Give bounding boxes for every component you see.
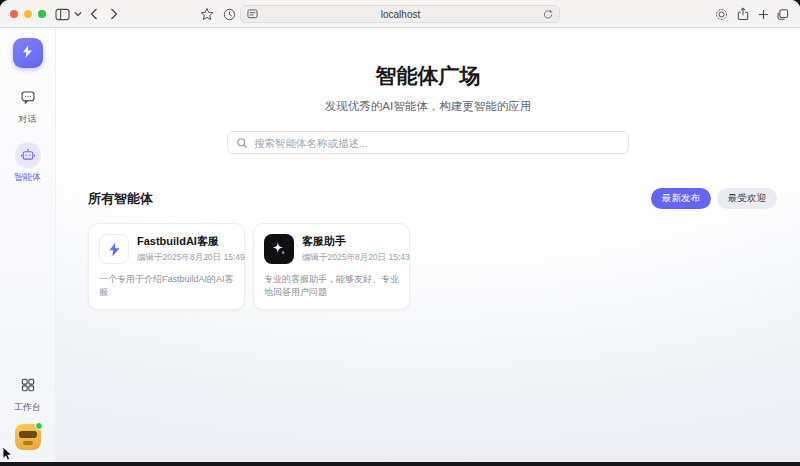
chat-bubble-icon	[15, 84, 41, 110]
address-bar[interactable]	[240, 5, 560, 23]
bookmarks-star-icon[interactable]	[198, 0, 216, 28]
robot-icon	[15, 142, 41, 168]
agent-card-fastbuildai[interactable]: FastbuildAI客服 编辑于2025年8月20日 15:49 一个专用于介…	[88, 223, 245, 310]
page-subtitle: 发现优秀的AI智能体，构建更智能的应用	[56, 99, 800, 114]
sidebar-item-agents[interactable]: 智能体	[14, 142, 41, 184]
browser-toolbar	[0, 0, 800, 28]
app-root: 对话 智能体	[0, 28, 800, 462]
section-header: 所有智能体 最新发布 最受欢迎	[88, 188, 777, 209]
avatar-face	[19, 431, 37, 438]
agent-description: 一个专用于介绍FastbuildAI的AI客服	[99, 273, 234, 299]
history-clock-icon[interactable]	[220, 0, 238, 28]
fullscreen-button[interactable]	[38, 10, 46, 18]
desktop-background-strip	[0, 462, 800, 466]
search-input[interactable]	[254, 137, 620, 149]
agent-name: 客服助手	[302, 234, 410, 249]
card-header: FastbuildAI客服 编辑于2025年8月20日 15:49	[99, 234, 234, 264]
sidebar-item-workbench-label: 工作台	[14, 401, 41, 414]
online-status-dot	[35, 422, 43, 430]
card-header: 客服助手 编辑于2025年8月20日 15:43	[264, 234, 399, 264]
close-button[interactable]	[10, 10, 18, 18]
avatar-mouth	[23, 441, 33, 445]
user-avatar[interactable]	[15, 424, 41, 450]
filter-latest[interactable]: 最新发布	[651, 188, 711, 209]
app-logo[interactable]	[13, 38, 43, 68]
forward-icon[interactable]	[106, 0, 122, 28]
main-content: 智能体广场 发现优秀的AI智能体，构建更智能的应用 所有智能体 最新发布 最受欢…	[56, 28, 800, 462]
sidebar-item-chat-label: 对话	[19, 113, 37, 126]
lightning-bolt-icon	[20, 44, 35, 63]
page-title: 智能体广场	[56, 62, 800, 90]
agent-edited-timestamp: 编辑于2025年8月20日 15:49	[137, 252, 245, 264]
agent-card-kefu-assistant[interactable]: 客服助手 编辑于2025年8月20日 15:43 专业的客服助手，能够友好、专业…	[253, 223, 410, 310]
mouse-cursor	[2, 447, 13, 465]
sidebar-item-workbench[interactable]: 工作台	[14, 372, 41, 414]
filter-pills: 最新发布 最受欢迎	[651, 188, 777, 209]
card-title-block: FastbuildAI客服 编辑于2025年8月20日 15:49	[137, 234, 245, 264]
tab-overview-icon[interactable]	[772, 0, 792, 28]
refresh-icon[interactable]	[543, 9, 553, 20]
new-tab-plus-icon[interactable]	[755, 0, 771, 28]
search-icon	[236, 137, 248, 149]
agent-name: FastbuildAI客服	[137, 234, 245, 249]
workbench-grid-icon	[15, 372, 41, 398]
lightning-bolt-icon	[99, 234, 129, 264]
agent-card-list: FastbuildAI客服 编辑于2025年8月20日 15:49 一个专用于介…	[88, 223, 800, 310]
sidebar-toggle-icon[interactable]	[52, 0, 72, 28]
agent-description: 专业的客服助手，能够友好、专业地回答用户问题	[264, 273, 399, 299]
chevron-down-icon[interactable]	[72, 0, 84, 28]
settings-gear-icon[interactable]	[712, 0, 730, 28]
url-input[interactable]	[258, 9, 543, 20]
minimize-button[interactable]	[24, 10, 32, 18]
sparkle-stars-icon	[264, 234, 294, 264]
back-icon[interactable]	[86, 0, 102, 28]
agent-edited-timestamp: 编辑于2025年8月20日 15:43	[302, 252, 410, 264]
agent-search-bar[interactable]	[227, 131, 629, 154]
sidebar-item-agents-label: 智能体	[14, 171, 41, 184]
section-title: 所有智能体	[88, 190, 153, 208]
reader-icon[interactable]	[247, 9, 258, 19]
sidebar: 对话 智能体	[0, 28, 56, 462]
card-title-block: 客服助手 编辑于2025年8月20日 15:43	[302, 234, 410, 264]
sidebar-item-chat[interactable]: 对话	[15, 84, 41, 126]
window-controls	[10, 10, 46, 18]
browser-window: 对话 智能体	[0, 0, 800, 462]
filter-popular[interactable]: 最受欢迎	[717, 188, 777, 209]
share-icon[interactable]	[734, 0, 752, 28]
